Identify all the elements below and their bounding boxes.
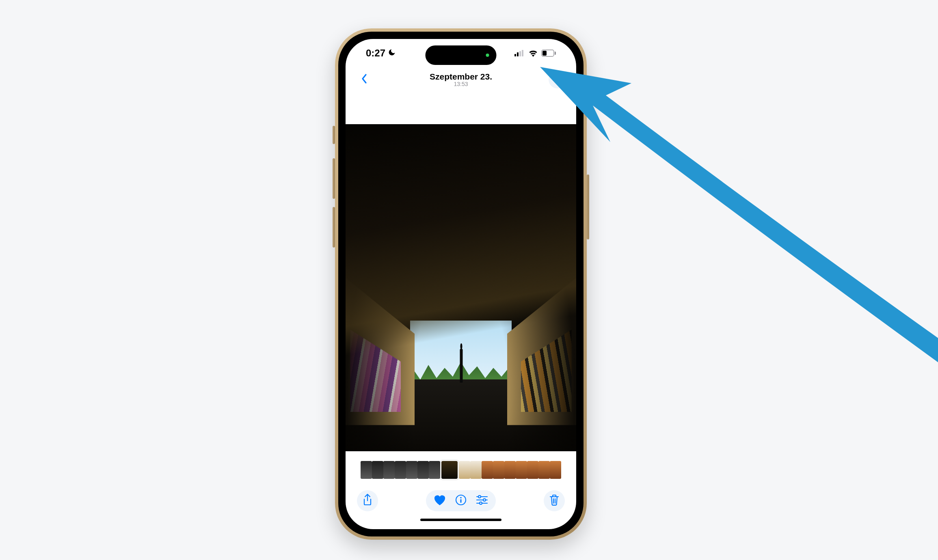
volume-up[interactable]	[333, 158, 335, 199]
svg-rect-1	[517, 52, 519, 56]
thumbnail-7[interactable]	[441, 461, 458, 479]
thumbnail-5[interactable]	[417, 461, 429, 479]
svg-point-11	[460, 497, 462, 499]
phone-frame: 0:27	[335, 28, 587, 540]
scene: 0:27	[0, 0, 938, 560]
status-bar: 0:27	[346, 39, 576, 67]
svg-rect-2	[519, 51, 521, 56]
svg-rect-0	[514, 54, 516, 56]
status-time: 0:27	[366, 47, 385, 59]
svg-rect-12	[460, 499, 462, 503]
trash-icon	[549, 494, 560, 508]
thumbnail-13[interactable]	[516, 461, 527, 479]
thumbnail-1[interactable]	[372, 461, 383, 479]
mute-switch[interactable]	[333, 126, 335, 144]
share-icon	[362, 493, 373, 508]
moon-icon	[388, 47, 396, 59]
wifi-icon	[528, 50, 538, 57]
favorite-button[interactable]	[429, 490, 450, 511]
toolbar-center	[426, 490, 496, 511]
status-right	[514, 50, 556, 57]
svg-point-9	[560, 79, 562, 81]
svg-rect-3	[522, 50, 523, 56]
status-left: 0:27	[366, 47, 396, 59]
chevron-left-icon	[360, 73, 368, 86]
home-indicator[interactable]	[346, 519, 576, 529]
toolbar	[346, 485, 576, 519]
adjust-icon	[476, 495, 488, 507]
thumbnail-9[interactable]	[470, 461, 482, 479]
thumbnail-strip[interactable]	[355, 461, 566, 485]
annotation-arrow	[536, 61, 938, 386]
power-button[interactable]	[587, 174, 589, 239]
photo-person	[458, 343, 465, 383]
delete-button[interactable]	[544, 490, 565, 511]
thumbnail-0[interactable]	[361, 461, 372, 479]
thumbnail-3[interactable]	[395, 461, 406, 479]
svg-point-17	[483, 499, 486, 501]
thumbnail-15[interactable]	[538, 461, 550, 479]
thumbnail-6[interactable]	[429, 461, 440, 479]
back-button[interactable]	[355, 71, 373, 88]
thumbnail-8[interactable]	[459, 461, 470, 479]
svg-rect-5	[542, 51, 547, 56]
thumbnail-4[interactable]	[406, 461, 417, 479]
photo-padding-top	[346, 92, 576, 124]
thumbnail-16[interactable]	[550, 461, 561, 479]
svg-point-16	[478, 495, 481, 498]
volume-down[interactable]	[333, 207, 335, 248]
screen: 0:27	[346, 39, 576, 529]
thumbnail-11[interactable]	[493, 461, 504, 479]
battery-icon	[541, 50, 556, 57]
svg-point-8	[556, 79, 558, 81]
info-icon	[455, 494, 467, 507]
photo-viewer[interactable]	[346, 124, 576, 451]
thumbnail-2[interactable]	[383, 461, 395, 479]
navbar: Szeptember 23. 13:53	[346, 67, 576, 92]
photo-date: Szeptember 23.	[430, 72, 492, 81]
info-button[interactable]	[450, 490, 471, 511]
svg-point-7	[553, 79, 555, 81]
photo-area	[346, 92, 576, 451]
thumbnail-12[interactable]	[504, 461, 516, 479]
share-button[interactable]	[357, 490, 378, 511]
svg-point-18	[480, 502, 482, 504]
cellular-icon	[514, 50, 525, 56]
thumbnail-14[interactable]	[527, 461, 538, 479]
phone-bezel: 0:27	[338, 32, 584, 536]
thumbnail-10[interactable]	[482, 461, 493, 479]
heart-icon	[434, 494, 446, 507]
ellipsis-icon	[552, 76, 563, 83]
adjust-button[interactable]	[471, 490, 493, 511]
photo-time: 13:53	[430, 81, 492, 87]
svg-rect-6	[555, 52, 556, 55]
nav-title: Szeptember 23. 13:53	[430, 72, 492, 87]
more-button[interactable]	[549, 71, 566, 88]
